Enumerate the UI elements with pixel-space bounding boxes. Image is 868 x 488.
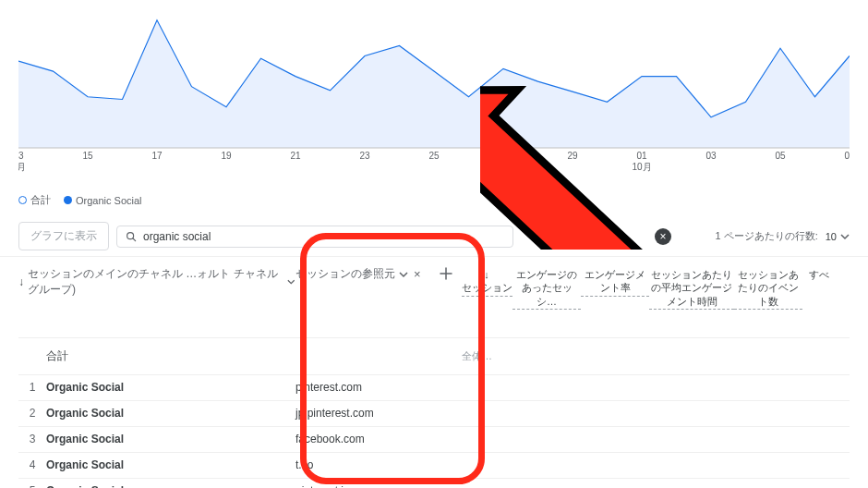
legend-open-circle-icon <box>18 196 27 204</box>
row-index: 1 <box>18 381 46 394</box>
primary-dimension-label: セッションのメインのチャネル …ォルト チャネル グループ) <box>28 266 283 298</box>
total-sublabel: 全体… <box>295 349 850 363</box>
line-chart-svg: 139月15171921232527290110月030507 <box>18 0 850 176</box>
svg-line-2 <box>133 238 136 240</box>
row-index: 5 <box>18 484 46 488</box>
row-index: 3 <box>18 433 46 445</box>
row-secondary-dimension: t.co <box>295 458 452 471</box>
rows-per-page: 1 ページあたりの行数: 10 <box>716 229 850 243</box>
x-tick-label: 03 <box>705 151 717 161</box>
secondary-dimension-header[interactable]: セッションの参照元 × <box>295 266 439 282</box>
table-row[interactable]: 3Organic Socialfacebook.com <box>18 426 850 452</box>
rows-per-page-select[interactable]: 10 <box>826 231 850 242</box>
row-primary-dimension: Organic Social <box>46 381 295 394</box>
legend-total-label: 合計 <box>30 193 51 207</box>
x-tick-label: 05 <box>775 151 786 161</box>
legend-total[interactable]: 合計 <box>18 193 51 207</box>
row-secondary-dimension: facebook.com <box>295 433 452 445</box>
search-input[interactable]: organic social <box>116 226 513 248</box>
x-tick-label: 23 <box>359 151 370 161</box>
chevron-down-icon <box>399 270 408 279</box>
table-row[interactable]: 4Organic Socialt.co <box>18 452 850 478</box>
search-icon <box>125 230 138 243</box>
x-tick-label: 13 <box>18 151 24 161</box>
x-tick-month-label: 9月 <box>18 162 26 172</box>
show-in-chart-button[interactable]: グラフに表示 <box>18 222 109 250</box>
row-primary-dimension: Organic Social <box>46 433 295 445</box>
metric-header-events-per-session[interactable]: セッションあたりのイベント数 <box>734 266 802 310</box>
add-column-button[interactable] <box>439 266 461 284</box>
x-tick-label: 07 <box>844 151 850 161</box>
x-tick-label: 21 <box>290 151 301 161</box>
row-primary-dimension: Organic Social <box>46 458 295 471</box>
table-row[interactable]: 5Organic Socialpinterest.jp <box>18 478 850 488</box>
metric-header-engaged-sessions[interactable]: エンゲージのあったセッシ… <box>512 266 581 310</box>
legend-filled-circle-icon <box>64 196 72 204</box>
primary-dimension-header[interactable]: ↓ セッションのメインのチャネル …ォルト チャネル グループ) <box>18 266 295 298</box>
total-label: 合計 <box>46 348 295 364</box>
row-primary-dimension: Organic Social <box>46 484 295 488</box>
clear-search-button[interactable]: × <box>655 228 671 245</box>
row-secondary-dimension: jp.pinterest.com <box>295 407 452 420</box>
metric-header-sessions[interactable]: ↓ セッション <box>461 266 512 297</box>
x-tick-label: 19 <box>221 151 232 161</box>
rows-per-page-label: 1 ページあたりの行数: <box>716 229 818 243</box>
table-toolbar: グラフに表示 organic social × 1 ページあたりの行数: 10 <box>0 216 868 256</box>
table-row[interactable]: 2Organic Socialjp.pinterest.com <box>18 400 850 426</box>
metric-header-engagement-rate[interactable]: エンゲージメント率 <box>581 266 649 297</box>
x-tick-label: 27 <box>498 151 509 161</box>
x-tick-month-label: 10月 <box>632 162 651 172</box>
x-tick-label: 25 <box>428 151 440 161</box>
sort-arrow-down-icon: ↓ <box>484 269 489 280</box>
x-tick-label: 29 <box>567 151 578 161</box>
column-headers: ↓ セッションのメインのチャネル …ォルト チャネル グループ) セッションの参… <box>0 256 868 337</box>
x-tick-label: 17 <box>151 151 163 161</box>
secondary-dimension-label: セッションの参照元 <box>295 266 395 282</box>
rows-per-page-value: 10 <box>826 231 837 242</box>
data-table: 合計 全体… 1Organic Socialpinterest.com2Orga… <box>0 337 868 488</box>
metric-header-avg-engagement-time[interactable]: セッションあたりの平均エンゲージメント時間 <box>649 266 734 310</box>
table-row[interactable]: 1Organic Socialpinterest.com <box>18 374 850 400</box>
trend-chart: 139月15171921232527290110月030507 <box>0 0 868 189</box>
search-value: organic social <box>143 230 211 243</box>
total-row: 合計 全体… <box>18 337 850 374</box>
x-tick-label: 15 <box>82 151 93 161</box>
legend-series-label: Organic Social <box>76 195 142 206</box>
chart-legend: 合計 Organic Social <box>0 189 868 216</box>
metric-header-more[interactable]: すべ <box>802 266 836 281</box>
row-secondary-dimension: pinterest.com <box>295 381 452 394</box>
row-index: 2 <box>18 407 46 420</box>
row-primary-dimension: Organic Social <box>46 407 295 420</box>
row-index: 4 <box>18 458 46 471</box>
sort-arrow-down-icon: ↓ <box>18 275 24 288</box>
chevron-down-icon <box>840 232 850 241</box>
chevron-down-icon <box>287 277 295 287</box>
legend-series[interactable]: Organic Social <box>64 195 142 206</box>
plus-icon <box>439 266 453 281</box>
row-secondary-dimension: pinterest.jp <box>295 484 452 488</box>
remove-secondary-dimension-button[interactable]: × <box>414 267 421 281</box>
x-tick-label: 01 <box>636 151 647 161</box>
